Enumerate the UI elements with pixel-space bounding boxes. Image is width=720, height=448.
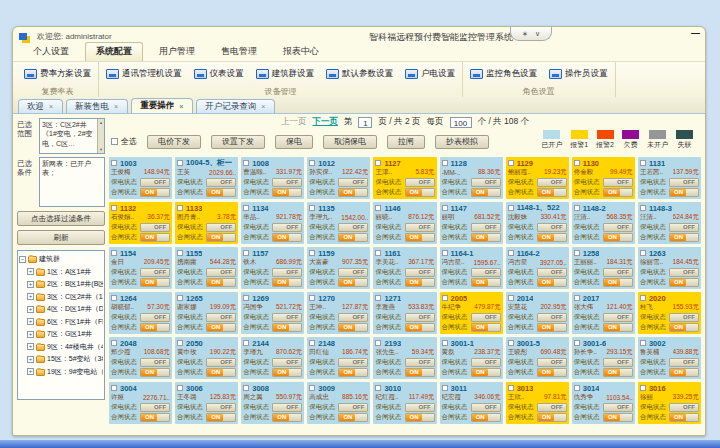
page-number-input[interactable]: 1 [358, 117, 372, 128]
switch-status-toggle[interactable]: ON [140, 188, 170, 197]
supply-status-toggle[interactable]: OFF [272, 403, 302, 412]
monitor-role-settings-button[interactable]: 监控角色设置 [470, 68, 537, 80]
meter-card[interactable]: 1258 王丽丽.. 184.31元 保电状态 OFF 合闸 [572, 247, 635, 289]
meter-checkbox[interactable] [442, 340, 448, 346]
supply-status-toggle[interactable]: OFF [338, 403, 368, 412]
supply-status-toggle[interactable]: OFF [471, 223, 501, 232]
meter-checkbox[interactable] [640, 205, 646, 211]
meter-checkbox[interactable] [375, 250, 381, 256]
meter-card[interactable]: 1008 曹温颐.. 331.97元 保电状态 OFF 合闸 [241, 157, 304, 199]
meter-card[interactable]: 1159 大富豪 907.35元 保电状态 OFF 合闸状态 [307, 247, 370, 289]
switch-status-toggle[interactable]: ON [537, 413, 567, 422]
supply-status-toggle[interactable]: OFF [272, 313, 302, 322]
switch-status-toggle[interactable]: ON [272, 233, 302, 242]
meter-card[interactable]: 3001-6 孙长争.. 293.15元 保电状态 OFF [572, 337, 635, 379]
supply-status-toggle[interactable]: OFF [537, 403, 567, 412]
meter-checkbox[interactable] [574, 295, 580, 301]
meter-checkbox[interactable] [243, 250, 249, 256]
switch-status-toggle[interactable]: ON [405, 323, 435, 332]
meter-checkbox[interactable] [111, 250, 117, 256]
meter-card[interactable]: 1130 佟金毅 99.49元 保电状态 OFF 合闸状态 [572, 157, 635, 199]
listbox-scrollbar[interactable]: ▲▼ [97, 119, 104, 153]
meter-checkbox[interactable] [177, 205, 183, 211]
supply-status-toggle[interactable]: OFF [471, 178, 501, 187]
meter-checkbox[interactable] [111, 340, 117, 346]
tab-account-records[interactable]: 开户记录查询× [196, 99, 275, 113]
switch-status-toggle[interactable]: ON [338, 368, 368, 377]
supply-status-toggle[interactable]: OFF [471, 313, 501, 322]
switch-status-toggle[interactable]: ON [338, 323, 368, 332]
meter-checkbox[interactable] [508, 250, 514, 256]
meter-checkbox[interactable] [375, 340, 381, 346]
switch-status-toggle[interactable]: ON [405, 368, 435, 377]
menu-item-reports[interactable]: 报表中心 [273, 43, 329, 61]
meter-checkbox[interactable] [177, 250, 183, 256]
default-params-settings-button[interactable]: 默认参数设置 [326, 68, 393, 80]
switch-status-toggle[interactable]: ON [603, 233, 633, 242]
tree-node[interactable]: + 2区：B区1#井(B区1… [27, 278, 103, 291]
switch-status-toggle[interactable]: ON [338, 233, 368, 242]
meter-card[interactable]: 2005 牛纪争 479.87元 保电状态 OFF 合闸状态 [440, 292, 503, 334]
meter-card[interactable]: 1264 胡晓郁.. 57.30元 保电状态 OFF 合闸状 [109, 292, 172, 334]
prev-page-link[interactable]: 上一页 [281, 116, 307, 128]
switch-status-toggle[interactable]: ON [272, 323, 302, 332]
switch-status-toggle[interactable]: ON [338, 278, 368, 287]
meter-card[interactable]: 2020 桂飞 155.93元 保电状态 OFF 合闸状态 [638, 292, 701, 334]
switch-status-toggle[interactable]: ON [471, 233, 501, 242]
meter-card[interactable]: 1148-2 汪清.. 568.35元 保电状态 OFF 合 [572, 202, 635, 244]
meter-card[interactable]: 1269 冯国争 521.72元 保电状态 OFF 合闸状态 [241, 292, 304, 334]
toolbar-button[interactable]: 保电 [275, 135, 313, 149]
meter-checkbox[interactable] [309, 250, 315, 256]
switch-status-toggle[interactable]: ON [669, 188, 699, 197]
meter-card[interactable]: 2014 安慧花 202.95元 保电状态 OFF 合闸状态 [506, 292, 569, 334]
supply-status-toggle[interactable]: OFF [537, 268, 567, 277]
supply-status-toggle[interactable]: OFF [338, 358, 368, 367]
supply-status-toggle[interactable]: OFF [603, 178, 633, 187]
meter-checkbox[interactable] [508, 295, 514, 301]
switch-status-toggle[interactable]: ON [537, 188, 567, 197]
selected-condition-box[interactable]: 新网表：已开户表； [39, 157, 105, 207]
supply-status-toggle[interactable]: OFF [669, 403, 699, 412]
meter-checkbox[interactable] [442, 160, 448, 166]
supply-status-toggle[interactable]: OFF [471, 358, 501, 367]
supply-status-toggle[interactable]: OFF [405, 223, 435, 232]
rate-plan-settings-button[interactable]: 费率方案设置 [24, 68, 91, 80]
meter-card[interactable]: 1157 铁木 686.99元 保电状态 OFF 合闸状态 [241, 247, 304, 289]
meter-checkbox[interactable] [640, 385, 646, 391]
switch-status-toggle[interactable]: ON [537, 233, 567, 242]
tree-node[interactable]: + 15区：5#变站（3#… [27, 353, 103, 366]
switch-status-toggle[interactable]: ON [669, 323, 699, 332]
switch-status-toggle[interactable]: ON [669, 413, 699, 422]
switch-status-toggle[interactable]: ON [471, 368, 501, 377]
expand-icon[interactable]: + [27, 343, 34, 350]
per-page-input[interactable]: 100 [450, 117, 472, 128]
supply-status-toggle[interactable]: OFF [338, 268, 368, 277]
select-all-control[interactable]: 全选 [111, 136, 137, 147]
toolbar-button[interactable]: 拉闸 [387, 135, 425, 149]
meter-card[interactable]: 1155 携南庸 544.28元 保电状态 OFF 合闸状态 [175, 247, 238, 289]
select-all-checkbox[interactable] [111, 138, 118, 145]
toolbar-button[interactable]: 设置下发 [211, 135, 265, 149]
switch-status-toggle[interactable]: ON [140, 278, 170, 287]
switch-status-toggle[interactable]: ON [272, 278, 302, 287]
supply-status-toggle[interactable]: OFF [206, 313, 236, 322]
meter-card[interactable]: 2048 郑少霞 108.68元 保电状态 OFF 合闸状态 [109, 337, 172, 379]
meter-card[interactable]: 2193 张先生.. 59.34元 保电状态 OFF 合闸状 [373, 337, 436, 379]
menu-item-sales-mgmt[interactable]: 售电管理 [211, 43, 267, 61]
meter-card[interactable]: 2144 李瑾九 870.62元 保电状态 OFF 合闸状态 [241, 337, 304, 379]
meter-card[interactable]: 1012 孙实保.. 122.42元 保电状态 OFF 合闸 [307, 157, 370, 199]
tab-important-operations[interactable]: 重要操作× [131, 98, 193, 113]
meter-checkbox[interactable] [243, 295, 249, 301]
supply-status-toggle[interactable]: OFF [537, 358, 567, 367]
meter-checkbox[interactable] [375, 160, 381, 166]
meter-checkbox[interactable] [442, 295, 448, 301]
meter-card[interactable]: 3016 徐丽 339.25元 保电状态 OFF 合闸状态 [638, 382, 701, 424]
supply-status-toggle[interactable]: OFF [272, 268, 302, 277]
meter-card[interactable]: 1128 -MM-.. 88.36元 保电状态 OFF 合闸 [440, 157, 503, 199]
meter-card[interactable]: 3014 仇秀争 1103.54.. 保电状态 OFF 合闸 [572, 382, 635, 424]
meter-checkbox[interactable] [177, 385, 183, 391]
switch-status-toggle[interactable]: ON [471, 413, 501, 422]
meter-card[interactable]: 1147 丽明 681.52元 保电状态 OFF 合闸状态 [440, 202, 503, 244]
minimize-button[interactable]: — [691, 28, 700, 38]
supply-status-toggle[interactable]: OFF [669, 268, 699, 277]
